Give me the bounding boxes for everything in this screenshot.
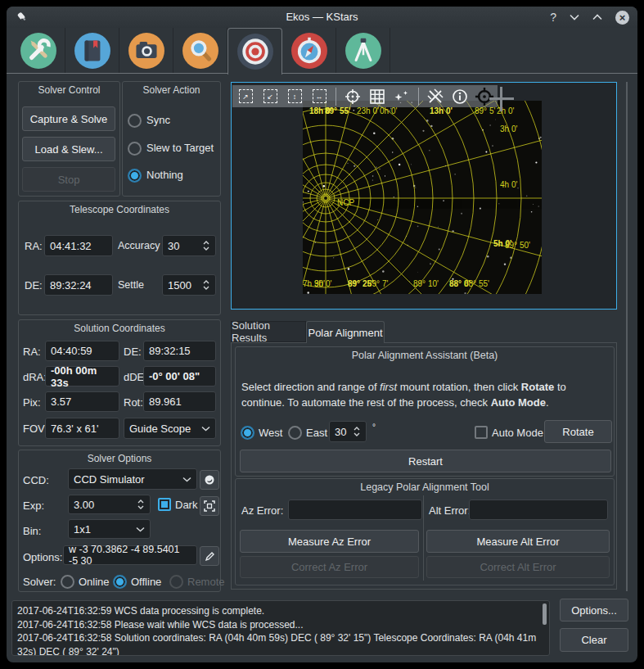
window-title: Ekos — KStars [7,7,637,28]
zoom-fit-icon[interactable]: ↕ [285,88,304,106]
tab-mount[interactable] [336,28,390,74]
sky-coordinate-label: 89° 55' [325,107,350,115]
spin-arrows-icon[interactable] [137,498,145,511]
auto-mode-label: Auto Mode [492,427,543,439]
remote-label: Remote [187,576,225,588]
spin-arrows-icon[interactable] [202,278,210,292]
full-frame-icon[interactable] [200,496,219,516]
settle-label: Settle [118,279,144,291]
zoom-in-icon[interactable]: ↗ [236,88,255,106]
fits-display-icon[interactable] [200,470,219,490]
dra-label: dRA: [23,371,47,383]
load-slew-button[interactable]: Load & Slew... [22,137,115,161]
correct-alt-error-button[interactable]: Correct Alt Error [426,556,610,578]
maximize-button[interactable] [592,14,602,20]
solution-ra-field[interactable]: 04:40:59 [45,341,119,361]
zoom-out-icon[interactable]: ↙ [260,88,280,106]
clear-button[interactable]: Clear [560,628,628,652]
log-scrollbar-thumb[interactable] [543,603,547,625]
legacy-title: Legacy Polar Alignment Tool [236,481,614,493]
tab-setup[interactable] [11,28,65,74]
spin-arrows-icon[interactable] [353,425,361,438]
scope-combobox[interactable]: Guide Scope [124,418,216,439]
rotation-spinbox[interactable]: 30 [329,421,367,442]
options-button[interactable]: Options... [560,599,628,622]
dde-field[interactable]: -0° 00' 08" [143,366,216,386]
west-radio[interactable] [241,426,254,440]
zoom-actual-icon[interactable]: ↔ [309,88,329,106]
grid-icon[interactable] [367,88,387,106]
east-label: East [306,427,327,439]
tab-focus[interactable] [173,28,227,74]
options-label: Options: [23,551,62,563]
correct-az-error-button[interactable]: Correct Az Error [240,556,419,578]
tab-scheduler[interactable] [65,28,119,74]
rotate-button[interactable]: Rotate [544,420,612,443]
alt-error-field[interactable] [469,499,608,520]
telescope-ra-field[interactable]: 04:41:32 [44,235,113,256]
tab-solution-results[interactable]: Solution Results [231,321,306,342]
crosshair-icon[interactable] [343,88,363,106]
sky-coordinate-label: 4h 0' [500,181,517,189]
setup-tools-icon [20,32,57,70]
pix-label: Pix: [23,396,41,409]
help-button[interactable]: ? [550,11,556,23]
tab-pane-top-border [7,73,637,74]
options-field[interactable]: w -3 70.3862 -4 89.5401 -5 30 [63,545,197,565]
log-line: 2017-06-24T16:32:59 WCS data processing … [17,604,538,618]
log-output[interactable]: 2017-06-24T16:32:59 WCS data processing … [11,600,550,656]
measure-az-error-button[interactable]: Measure Az Error [240,530,419,553]
close-button[interactable]: × [615,11,629,25]
solution-ra-label: RA: [23,346,41,358]
titlebar[interactable]: Ekos — KStars ? × [7,7,637,28]
east-radio[interactable] [288,426,302,440]
sky-coordinate-label: 23h 0' [357,107,379,115]
info-icon[interactable] [450,88,470,106]
edit-pencil-icon[interactable] [200,546,219,566]
dra-field[interactable]: -00h 00m 33s [45,366,119,386]
settle-spinbox[interactable]: 1500 [162,274,216,296]
pix-field[interactable]: 3.57 [45,391,119,412]
auto-mode-checkbox[interactable] [475,426,488,439]
online-radio[interactable] [61,575,74,589]
slew-to-target-radio[interactable] [128,142,142,156]
sky-coordinate-label: 9h 0' [314,280,331,288]
solution-de-field[interactable]: 89:32:15 [143,341,216,361]
log-line: 2017-06-24T16:32:58 Solution coordinates… [17,631,538,656]
nothing-radio[interactable] [128,169,142,183]
module-tab-bar [11,28,390,74]
offline-radio[interactable] [113,575,127,589]
solver-action-title: Solver Action [123,84,220,96]
rot-field[interactable]: 89.961 [143,391,216,412]
measure-alt-error-button[interactable]: Measure Alt Error [426,530,610,553]
tab-capture[interactable] [119,28,173,74]
sync-radio[interactable] [128,114,142,128]
telescope-de-field[interactable]: 89:32:24 [44,274,113,296]
capture-solve-button[interactable]: Capture & Solve [22,106,115,131]
accuracy-spinbox[interactable]: 30 [162,235,216,256]
fov-field[interactable]: 76.3' x 61' [45,418,119,439]
telescope-ra-label: RA: [25,240,43,252]
tab-guide[interactable] [282,28,336,74]
bin-combobox[interactable]: 1x1 [68,519,151,539]
remote-radio[interactable] [169,575,183,589]
stars-icon[interactable] [392,88,412,106]
az-error-field[interactable] [288,499,422,520]
scheduler-notebook-icon [74,32,111,70]
sky-coordinate-label: 89° 7' [367,280,388,288]
marks-icon[interactable] [426,88,445,106]
chevron-down-icon [136,527,145,532]
dark-checkbox[interactable] [158,498,171,511]
minimize-button[interactable] [570,14,579,20]
telescope-de-label: DE: [25,279,43,292]
scrollbar-track[interactable] [626,82,628,591]
tab-align-active[interactable] [227,28,282,75]
stop-button[interactable]: Stop [22,167,115,192]
exp-spinbox[interactable]: 3.00 [68,495,151,514]
sky-image[interactable]: 18h 0'89° 55'23h 0'0h 0'13h 0'89° 5'2h 0… [303,101,542,294]
sky-coordinate-label: 88° 55' [464,280,489,288]
restart-button[interactable]: Restart [240,450,611,472]
spin-arrows-icon[interactable] [202,239,210,252]
ccd-combobox[interactable]: CCD Simulator [68,468,197,490]
tab-polar-alignment[interactable]: Polar Alignment [306,321,385,343]
